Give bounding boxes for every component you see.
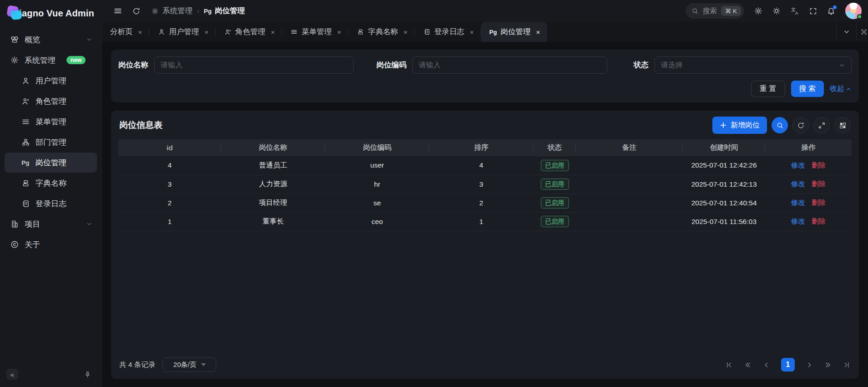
hamburger-menu-button[interactable] — [110, 3, 126, 19]
close-icon[interactable]: × — [137, 28, 143, 36]
delete-link[interactable]: 删除 — [812, 217, 826, 225]
notifications-icon[interactable] — [823, 3, 839, 19]
refresh-button[interactable] — [128, 3, 144, 19]
close-icon[interactable]: × — [403, 28, 409, 36]
tab[interactable]: 菜单管理 × — [282, 22, 349, 42]
table-row[interactable]: 3 人力资源 hr 3 已启用 2025-07-01 12:42:13 修改删除 — [118, 175, 852, 194]
delete-link[interactable]: 删除 — [812, 161, 826, 169]
collapse-filter-link[interactable]: 收起 — [830, 84, 852, 94]
tab[interactable]: 登录日志 × — [415, 22, 481, 42]
column-header-sort[interactable]: 排序 — [429, 139, 533, 156]
prev-group-button[interactable] — [744, 361, 751, 369]
pg-icon: Pg — [21, 158, 30, 167]
sidebar-item-dictionary[interactable]: 字典名称 — [5, 173, 97, 193]
tab-menu-dropdown-button[interactable] — [836, 22, 856, 42]
status-badge: 已启用 — [541, 178, 569, 190]
dashboard-icon — [10, 35, 19, 44]
tab-maximize-button[interactable] — [856, 22, 868, 42]
current-page-button[interactable]: 1 — [781, 358, 795, 372]
cell-name: 项目经理 — [221, 194, 325, 212]
table-columns-button[interactable] — [834, 117, 851, 133]
close-icon[interactable]: × — [203, 28, 209, 36]
edit-link[interactable]: 修改 — [791, 199, 805, 206]
table-refresh-button[interactable] — [792, 117, 809, 133]
column-header-id[interactable]: id — [118, 139, 221, 156]
close-icon[interactable]: × — [336, 28, 342, 36]
edit-link[interactable]: 修改 — [791, 180, 805, 188]
pin-icon[interactable] — [81, 368, 93, 380]
edit-link[interactable]: 修改 — [791, 217, 805, 225]
sidebar-item-positions[interactable]: Pg 岗位管理 — [5, 153, 97, 173]
filter-panel: 岗位名称 请输入 岗位编码 请输入 状态 请选择 重 置 搜 索 — [111, 50, 859, 102]
search-shortcut: ⌘ K — [721, 6, 741, 16]
add-position-button[interactable]: 新增岗位 — [712, 117, 767, 134]
delete-link[interactable]: 删除 — [812, 199, 826, 206]
avatar[interactable] — [845, 3, 862, 19]
breadcrumb-separator: › — [197, 7, 199, 15]
translate-icon[interactable]: 文A — [787, 3, 802, 19]
sidebar-footer: « — [0, 365, 102, 387]
close-icon[interactable]: × — [270, 28, 276, 36]
table-search-button[interactable] — [772, 117, 788, 133]
new-badge: new — [66, 56, 86, 64]
column-header-actions[interactable]: 操作 — [765, 139, 852, 156]
status-badge: 已启用 — [541, 160, 569, 171]
page-size-select[interactable]: 20条/页 — [162, 357, 216, 372]
tab[interactable]: 角色管理 × — [216, 22, 282, 42]
cell-sort: 1 — [429, 212, 533, 231]
tab[interactable]: 字典名称 × — [349, 22, 415, 42]
theme-icon[interactable] — [769, 3, 784, 19]
app-logo[interactable]: Djagno Vue Admin — [0, 0, 102, 26]
collapse-sidebar-button[interactable]: « — [6, 369, 18, 380]
tab[interactable]: Pg 岗位管理 × — [481, 22, 547, 42]
column-header-created[interactable]: 创建时间 — [683, 139, 765, 156]
sidebar-item-projects[interactable]: 项目 — [5, 214, 97, 234]
page-content: 岗位名称 请输入 岗位编码 请输入 状态 请选择 重 置 搜 索 — [102, 42, 868, 387]
cell-created: 2025-07-01 12:42:26 — [683, 156, 765, 175]
sidebar-item-about[interactable]: 关于 — [5, 234, 97, 255]
sidebar-item-users[interactable]: 用户管理 — [5, 71, 97, 91]
sidebar-item-roles[interactable]: 角色管理 — [5, 91, 97, 111]
position-name-input[interactable]: 请输入 — [154, 56, 354, 74]
tab[interactable]: 用户管理 × — [149, 22, 216, 42]
tab[interactable]: 分析页 × — [102, 22, 149, 42]
column-header-code[interactable]: 岗位编码 — [325, 139, 429, 156]
last-page-button[interactable] — [843, 361, 851, 369]
first-page-button[interactable] — [725, 361, 733, 369]
table-row[interactable]: 2 项目经理 se 2 已启用 2025-07-01 12:40:54 修改删除 — [118, 194, 852, 212]
cell-actions: 修改删除 — [765, 156, 852, 175]
pg-icon: Pg — [204, 8, 212, 15]
close-icon[interactable]: × — [469, 28, 475, 36]
breadcrumb-item[interactable]: 系统管理 — [162, 6, 193, 16]
close-icon[interactable]: × — [535, 28, 541, 36]
sidebar-item-system[interactable]: 系统管理 new — [5, 50, 97, 70]
position-code-input[interactable]: 请输入 — [412, 56, 607, 74]
records-total: 共 4 条记录 — [119, 360, 155, 370]
svg-text:A: A — [795, 10, 798, 15]
column-header-remark[interactable]: 备注 — [576, 139, 683, 156]
settings-icon[interactable] — [751, 3, 766, 19]
next-group-button[interactable] — [824, 361, 832, 369]
table-row[interactable]: 1 董事长 ceo 1 已启用 2025-07-01 11:56:03 修改删除 — [118, 212, 852, 231]
edit-link[interactable]: 修改 — [791, 161, 805, 169]
fullscreen-icon[interactable] — [805, 3, 821, 19]
sidebar-item-departments[interactable]: 部门管理 — [5, 132, 97, 152]
table-fullscreen-button[interactable] — [813, 117, 830, 133]
cell-status: 已启用 — [533, 156, 576, 175]
table-row[interactable]: 4 普通员工 user 4 已启用 2025-07-01 12:42:26 修改… — [118, 156, 852, 175]
tab-bar: 分析页 × 用户管理 × 角色管理 × 菜单管理 × 字典名称 × 登录日志 ×… — [102, 22, 868, 42]
reset-button[interactable]: 重 置 — [751, 81, 785, 97]
prev-page-button[interactable] — [762, 361, 770, 369]
user-icon — [21, 76, 30, 85]
status-select[interactable]: 请选择 — [655, 56, 852, 74]
global-search[interactable]: 搜索 ⌘ K — [685, 3, 744, 19]
column-header-name[interactable]: 岗位名称 — [221, 139, 325, 156]
sidebar-item-overview[interactable]: 概览 — [5, 30, 97, 50]
log-icon — [21, 199, 30, 208]
delete-link[interactable]: 删除 — [812, 180, 826, 188]
column-header-status[interactable]: 状态 — [533, 139, 576, 156]
sidebar-item-login-logs[interactable]: 登录日志 — [5, 194, 97, 214]
sidebar-item-menus[interactable]: 菜单管理 — [5, 112, 97, 132]
next-page-button[interactable] — [806, 361, 813, 369]
search-button[interactable]: 搜 索 — [791, 81, 824, 97]
